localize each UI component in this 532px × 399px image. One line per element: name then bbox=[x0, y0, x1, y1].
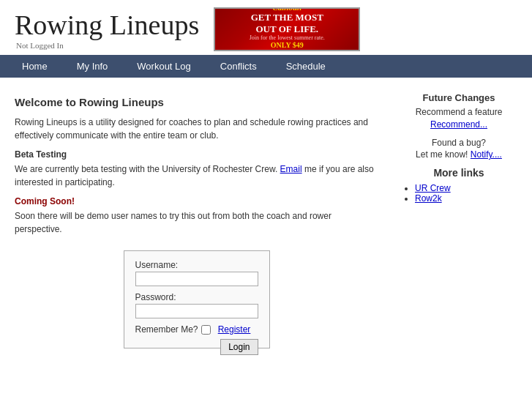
more-links-list: UR Crew Row2k bbox=[400, 183, 517, 204]
banner-ad[interactable]: Calhoun GET THE MOST OUT OF LIFE. Join f… bbox=[214, 7, 360, 51]
notify-link[interactable]: Notify.... bbox=[471, 149, 502, 160]
email-link[interactable]: Email bbox=[280, 164, 302, 174]
remember-left: Remember Me? bbox=[135, 324, 211, 335]
username-label: Username: bbox=[135, 260, 258, 270]
banner-detail: Join for the lowest summer rate. ONLY $4… bbox=[250, 34, 325, 51]
coming-heading: Coming Soon! bbox=[15, 196, 378, 206]
banner-headline: GET THE MOST OUT OF LIFE. bbox=[251, 12, 323, 34]
beta-text: We are currently beta testing with the U… bbox=[15, 164, 277, 174]
page-header: Rowing Lineups Not Logged In Calhoun GET… bbox=[0, 0, 532, 51]
right-sidebar: Future Changes Recommend a feature Recom… bbox=[400, 92, 517, 355]
nav-link-myinfo[interactable]: My Info bbox=[62, 55, 123, 78]
nav-link-conflicts[interactable]: Conflicts bbox=[206, 55, 271, 78]
recommend-link[interactable]: Recommend... bbox=[430, 119, 487, 130]
site-title: Rowing Lineups bbox=[15, 9, 199, 41]
remember-row: Remember Me? Register bbox=[135, 324, 258, 335]
remember-label: Remember Me? bbox=[135, 324, 198, 335]
nav-item-myinfo[interactable]: My Info bbox=[62, 55, 123, 78]
future-text: Recommend a feature Recommend... bbox=[400, 106, 517, 131]
login-box: Username: Password: Remember Me? Registe… bbox=[124, 250, 270, 348]
nav-link-workoutlog[interactable]: Workout Log bbox=[122, 55, 205, 78]
remember-checkbox[interactable] bbox=[201, 325, 211, 335]
more-links-heading: More links bbox=[400, 167, 517, 179]
intro-paragraph: Rowing Lineups is a utility designed for… bbox=[15, 116, 378, 142]
main-content: Welcome to Rowing Lineups Rowing Lineups… bbox=[0, 78, 532, 370]
username-input[interactable] bbox=[135, 272, 258, 286]
register-link[interactable]: Register bbox=[218, 324, 251, 335]
left-content: Welcome to Rowing Lineups Rowing Lineups… bbox=[15, 92, 386, 355]
bug-text: Found a bug? Let me know! Notify.... bbox=[400, 137, 517, 162]
beta-paragraph: We are currently beta testing with the U… bbox=[15, 163, 378, 189]
nav-item-home[interactable]: Home bbox=[7, 55, 62, 78]
beta-heading: Beta Testing bbox=[15, 149, 378, 160]
future-heading: Future Changes bbox=[400, 92, 517, 103]
nav-item-workoutlog[interactable]: Workout Log bbox=[122, 55, 205, 78]
coming-text: Soon there will be demo user names to tr… bbox=[15, 209, 378, 236]
nav-item-schedule[interactable]: Schedule bbox=[271, 55, 340, 78]
nav-item-conflicts[interactable]: Conflicts bbox=[206, 55, 271, 78]
list-item: Row2k bbox=[415, 193, 517, 204]
header-left: Rowing Lineups Not Logged In bbox=[15, 9, 199, 51]
row2k-link[interactable]: Row2k bbox=[415, 193, 442, 204]
ur-crew-link[interactable]: UR Crew bbox=[415, 183, 451, 193]
nav-link-home[interactable]: Home bbox=[7, 55, 62, 78]
password-input[interactable] bbox=[135, 304, 258, 318]
password-label: Password: bbox=[135, 292, 258, 302]
welcome-heading: Welcome to Rowing Lineups bbox=[15, 96, 378, 108]
list-item: UR Crew bbox=[415, 183, 517, 193]
nav-link-schedule[interactable]: Schedule bbox=[271, 55, 340, 78]
login-button[interactable]: Login bbox=[220, 339, 258, 355]
bug-heading: Found a bug? bbox=[432, 138, 486, 148]
login-status: Not Logged In bbox=[15, 41, 199, 51]
main-nav: Home My Info Workout Log Conflicts Sched… bbox=[0, 55, 532, 78]
